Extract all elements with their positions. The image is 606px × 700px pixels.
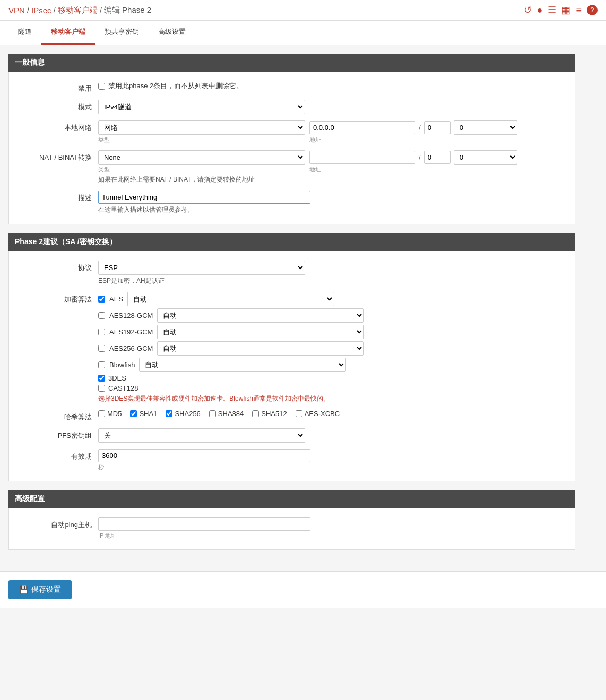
enc-3des-checkbox[interactable] [98, 375, 105, 382]
enc-aes128gcm-select[interactable]: 自动 [157, 308, 364, 323]
top-icons: ↺ ● ☰ ▦ ≡ ? [524, 4, 598, 16]
disabled-field: 禁用此phase 2条目，而不从列表中删除它。 [98, 81, 566, 93]
local-network-addr-sublabel: 地址 [309, 136, 517, 144]
enc-aes256gcm-checkbox[interactable] [98, 345, 105, 352]
mode-field: IPv4隧道 IPv6隧道 传输 [98, 100, 566, 114]
lifetime-unit: 秒 [98, 463, 566, 471]
enc-aes-select[interactable]: 自动128192256 [127, 292, 334, 306]
advanced-section-header: 高级配置 [8, 490, 575, 508]
lifetime-field: 秒 [98, 449, 566, 471]
enc-cast128: CAST128 [98, 384, 566, 392]
enc-aes256gcm-label: AES256-GCM [109, 344, 153, 352]
nat-type-select[interactable]: None 网络 地址 [98, 150, 305, 165]
refresh-icon[interactable]: ↺ [524, 4, 532, 16]
breadcrumb-mobile[interactable]: 移动客户端 [58, 5, 98, 15]
list-icon[interactable]: ☰ [548, 4, 556, 16]
ping-row: 自动ping主机 IP 地址 [9, 514, 575, 543]
mode-select[interactable]: IPv4隧道 IPv6隧道 传输 [98, 100, 305, 114]
enc-aes: AES 自动128192256 [98, 292, 566, 306]
hash-label: 哈希算法 [18, 410, 92, 422]
hash-sha1-label: SHA1 [139, 410, 157, 418]
enc-aes-checkbox[interactable] [98, 296, 105, 303]
desc-row: 描述 在这里输入描述以供管理员参考。 [9, 187, 575, 218]
enc-field: AES 自动128192256 AES128-GCM 自动 AES192-GCM [98, 292, 566, 403]
hash-md5-checkbox[interactable] [98, 410, 105, 417]
mode-row: 模式 IPv4隧道 IPv6隧道 传输 [9, 97, 575, 117]
help-icon[interactable]: ? [587, 5, 598, 15]
hash-sha384-checkbox[interactable] [209, 410, 216, 417]
pfs-select[interactable]: 关 12514 [98, 428, 305, 443]
local-network-addr-input[interactable] [309, 121, 415, 134]
desc-field: 在这里输入描述以供管理员参考。 [98, 191, 566, 214]
enc-aes128gcm-checkbox[interactable] [98, 312, 105, 319]
local-network-mask-select[interactable]: 0 [454, 120, 517, 135]
breadcrumb-vpn[interactable]: VPN [8, 6, 25, 15]
nat-label: NAT / BINAT转换 [18, 150, 92, 162]
hash-aes-xcbc: AES-XCBC [296, 410, 340, 418]
ping-label: 自动ping主机 [18, 517, 92, 530]
tabs-bar: 隧道 移动客户端 预共享密钥 高级设置 [0, 21, 606, 45]
protocol-help: ESP是加密，AH是认证 [98, 276, 566, 286]
hash-field: MD5 SHA1 SHA256 SHA384 [98, 410, 566, 418]
hash-sha1-checkbox[interactable] [130, 410, 137, 417]
enc-aes192gcm-select[interactable]: 自动 [157, 325, 364, 339]
local-network-mask-input[interactable] [424, 121, 451, 134]
hash-row: 哈希算法 MD5 SHA1 SHA256 [9, 407, 575, 425]
chart-icon[interactable]: ▦ [561, 4, 570, 16]
hash-sha256-checkbox[interactable] [166, 410, 172, 417]
tab-psk[interactable]: 预共享密钥 [95, 21, 149, 45]
hash-sha256: SHA256 [166, 410, 200, 418]
disabled-checkbox-label[interactable]: 禁用此phase 2条目，而不从列表中删除它。 [98, 81, 566, 91]
hash-sha512-label: SHA512 [261, 410, 287, 418]
save-button[interactable]: 💾 保存设置 [8, 580, 72, 599]
breadcrumb-current: 编辑 Phase 2 [104, 5, 151, 15]
enc-aes-label: AES [109, 295, 123, 303]
nat-type-sublabel: 类型 [98, 166, 305, 174]
settings-icon[interactable]: ≡ [576, 5, 582, 16]
save-label: 保存设置 [31, 585, 61, 594]
nat-addr-input[interactable] [309, 151, 415, 164]
desc-help: 在这里输入描述以供管理员参考。 [98, 205, 566, 214]
lifetime-input[interactable] [98, 449, 310, 462]
nat-mask-input[interactable] [424, 151, 451, 164]
local-network-type-select[interactable]: 网络 地址 单主机 [98, 120, 305, 135]
nat-mask-select[interactable]: 0 [454, 150, 517, 165]
enc-row: 加密算法 AES 自动128192256 AES128-GCM 自动 [9, 289, 575, 407]
pfs-label: PFS密钥组 [18, 428, 92, 440]
ping-help: IP 地址 [98, 532, 566, 540]
enc-cast128-label: CAST128 [108, 384, 138, 392]
breadcrumb-ipsec[interactable]: IPsec [31, 6, 51, 15]
stop-icon[interactable]: ● [537, 5, 543, 16]
hash-aes-xcbc-checkbox[interactable] [296, 410, 302, 417]
enc-aes192gcm-checkbox[interactable] [98, 329, 105, 335]
protocol-select[interactable]: ESP AH [98, 261, 305, 275]
advanced-section-body: 自动ping主机 IP 地址 [8, 508, 575, 550]
local-network-row: 本地网络 网络 地址 单主机 类型 / [9, 117, 575, 147]
nat-row: NAT / BINAT转换 None 网络 地址 类型 / [9, 147, 575, 187]
tab-mobile[interactable]: 移动客户端 [41, 21, 95, 45]
local-network-label: 本地网络 [18, 120, 92, 133]
enc-aes256gcm: AES256-GCM 自动 [98, 341, 566, 356]
enc-aes256gcm-select[interactable]: 自动 [157, 341, 364, 356]
nat-addr-sublabel: 地址 [309, 166, 517, 174]
enc-blowfish-checkbox[interactable] [98, 361, 105, 368]
lifetime-label: 有效期 [18, 449, 92, 461]
breadcrumb: VPN / IPsec / 移动客户端 / 编辑 Phase 2 [8, 5, 151, 15]
tab-advanced[interactable]: 高级设置 [149, 21, 195, 45]
local-network-type-sublabel: 类型 [98, 136, 305, 144]
enc-3des-label: 3DES [108, 374, 126, 382]
disabled-checkbox[interactable] [98, 83, 105, 90]
general-section-body: 禁用 禁用此phase 2条目，而不从列表中删除它。 模式 IPv4隧道 IPv… [8, 72, 575, 224]
lifetime-row: 有效期 秒 [9, 446, 575, 474]
enc-cast128-checkbox[interactable] [98, 385, 105, 392]
ping-input[interactable] [98, 517, 310, 531]
disabled-row: 禁用 禁用此phase 2条目，而不从列表中删除它。 [9, 78, 575, 97]
hash-sha384: SHA384 [209, 410, 244, 418]
enc-help: 选择3DES实现最佳兼容性或硬件加密加速卡。Blowfish通常是软件加密中最快… [98, 394, 566, 403]
enc-blowfish-select[interactable]: 自动 [139, 358, 346, 372]
nat-field: None 网络 地址 类型 / 0 地址 [98, 150, 566, 184]
hash-sha384-label: SHA384 [218, 410, 244, 418]
desc-input[interactable] [98, 191, 310, 204]
tab-tunnel[interactable]: 隧道 [8, 21, 41, 45]
hash-sha512-checkbox[interactable] [252, 410, 259, 417]
